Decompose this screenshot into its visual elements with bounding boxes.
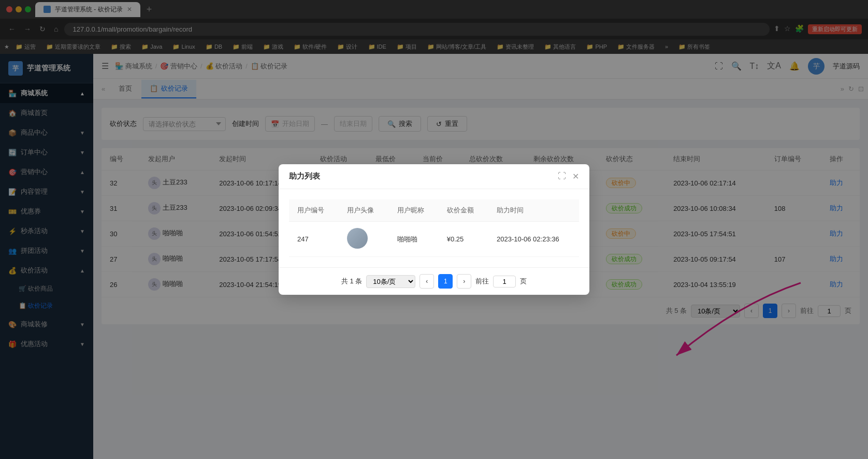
- user-avatar-modal: [347, 228, 368, 249]
- modal-col-amount: 砍价金额: [439, 199, 488, 222]
- modal-prev-btn[interactable]: ‹: [419, 274, 434, 289]
- modal-cell-id: 247: [289, 222, 339, 257]
- modal-body: 用户编号 用户头像 用户昵称 砍价金额 助力时间 247 啪啪啪 ¥0.25 2…: [279, 189, 589, 267]
- helper-list-modal: 助力列表 ⛶ ✕ 用户编号 用户头像 用户昵称 砍价金额 助力时间: [279, 164, 589, 295]
- modal-close-btn[interactable]: ✕: [572, 171, 579, 181]
- modal-fullscreen-btn[interactable]: ⛶: [558, 171, 566, 181]
- modal-goto-label: 前往: [475, 277, 489, 286]
- modal-total: 共 1 条: [341, 277, 362, 286]
- modal-col-time: 助力时间: [488, 199, 579, 222]
- modal-header: 助力列表 ⛶ ✕: [279, 164, 589, 189]
- helper-table: 用户编号 用户头像 用户昵称 砍价金额 助力时间 247 啪啪啪 ¥0.25 2…: [289, 199, 579, 257]
- modal-next-btn[interactable]: ›: [457, 274, 471, 289]
- modal-cell-time: 2023-10-06 02:23:36: [488, 222, 579, 257]
- modal-cell-nickname: 啪啪啪: [389, 222, 439, 257]
- modal-header-actions: ⛶ ✕: [558, 171, 579, 181]
- modal-col-id: 用户编号: [289, 199, 339, 222]
- modal-overlay[interactable]: 助力列表 ⛶ ✕ 用户编号 用户头像 用户昵称 砍价金额 助力时间: [0, 0, 868, 459]
- modal-cell-avatar: [339, 222, 388, 257]
- modal-goto-input[interactable]: [493, 276, 516, 288]
- modal-per-page-select[interactable]: 10条/页: [366, 275, 415, 288]
- modal-table-row: 247 啪啪啪 ¥0.25 2023-10-06 02:23:36: [289, 222, 579, 257]
- modal-col-avatar: 用户头像: [339, 199, 388, 222]
- modal-footer: 共 1 条 10条/页 ‹ 1 › 前往 页: [279, 267, 589, 295]
- modal-title: 助力列表: [289, 171, 320, 181]
- modal-page-unit: 页: [520, 277, 527, 286]
- modal-col-nickname: 用户昵称: [389, 199, 439, 222]
- modal-cell-amount: ¥0.25: [439, 222, 488, 257]
- modal-page-1-btn[interactable]: 1: [438, 274, 453, 289]
